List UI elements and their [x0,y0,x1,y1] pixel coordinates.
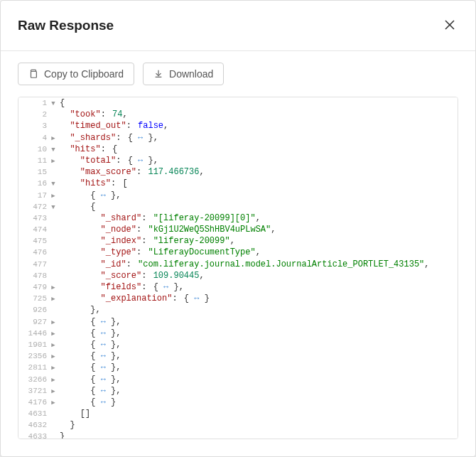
code-content[interactable]: "timed_out": false, [57,120,168,131]
fold-closed-icon[interactable]: ▶ [48,134,57,143]
code-content[interactable]: "_index": "liferay-20099", [57,235,235,247]
fold-closed-icon[interactable]: ▶ [48,376,57,385]
code-content[interactable]: "total": { ↔ }, [57,155,158,166]
fold-closed-icon[interactable]: ▶ [48,192,57,200]
fold-closed-icon[interactable]: ▶ [48,353,57,361]
code-content[interactable]: "max_score": 117.466736, [57,166,205,178]
token-colon: : [126,121,138,131]
token-brace: { [90,362,100,372]
code-line: 4▶ "_shards": { ↔ }, [18,132,458,144]
json-viewer[interactable]: 1▼{2 "took": 74,3 "timed_out": false,4▶ … [18,97,458,439]
token-number: 117.466736 [148,167,199,177]
token-brace: { [90,351,100,361]
line-number: 1901 [18,340,48,350]
token-colon: : [141,282,153,292]
token-colon: : [136,167,148,177]
token-brace: { [90,397,100,407]
code-line: 473 "_shard": "[liferay-20099][0]", [18,213,458,224]
token-brace: { [128,156,138,166]
line-number: 10 [18,144,48,155]
token-comma: , [95,305,100,315]
code-content[interactable]: "_explanation": { ↔ } [57,293,210,304]
fold-closed-icon[interactable]: ▶ [48,284,57,292]
code-line: 10▼ "hits": { [18,144,458,155]
download-icon [153,69,163,79]
close-button[interactable] [441,15,458,36]
line-number: 475 [18,236,48,247]
token-colon: : [141,236,153,246]
code-content[interactable]: } [57,431,65,439]
fold-closed-icon[interactable]: ▶ [48,330,57,338]
fold-closed-icon[interactable]: ▶ [48,399,57,407]
code-content[interactable]: "_shards": { ↔ }, [57,132,158,144]
fold-closed-icon[interactable]: ▶ [48,387,57,396]
expand-collapse-icon[interactable]: ↔ [101,362,106,372]
fold-open-icon[interactable]: ▼ [48,146,57,154]
code-content[interactable]: "_node": "kGj1U2WeQ5ShHBV4uPLwSA", [57,224,276,235]
token-string: "com.liferay.journal.model.JournalArticl… [138,259,424,269]
line-number: 478 [18,271,48,281]
code-content[interactable]: { ↔ }, [57,339,121,350]
token-key: "total" [80,156,116,166]
code-line: 3 "timed_out": false, [18,120,458,131]
token-brace: { [128,133,138,143]
token-string: "LiferayDocumentType" [148,247,255,257]
fold-closed-icon[interactable]: ▶ [48,295,57,303]
code-content[interactable]: { ↔ }, [57,350,121,362]
code-content[interactable]: "hits": { [57,144,117,155]
code-line: 476 "_type": "LiferayDocumentType", [18,247,458,258]
token-brace: [ [122,178,127,188]
fold-open-icon[interactable]: ▼ [48,180,57,188]
expand-collapse-icon[interactable]: ↔ [101,397,106,407]
token-brace: } [106,386,116,396]
close-icon [444,16,455,34]
code-content[interactable]: { [57,97,65,109]
code-content[interactable]: "_id": "com.liferay.journal.model.Journa… [57,259,430,270]
token-colon: : [116,133,127,143]
token-brace: } [143,133,153,143]
expand-collapse-icon[interactable]: ↔ [101,375,106,385]
code-content[interactable]: "took": 74, [57,109,128,120]
code-content[interactable]: "_score": 109.90445, [57,270,205,281]
code-content[interactable]: "fields": { ↔ }, [57,281,184,293]
fold-open-icon[interactable]: ▼ [48,203,57,212]
code-content[interactable]: [] [57,408,90,419]
expand-collapse-icon[interactable]: ↔ [101,351,106,361]
code-line: 16▼ "hits": [ [18,178,458,189]
code-content[interactable]: { ↔ }, [57,374,121,385]
line-number: 2356 [18,351,48,362]
copy-to-clipboard-button[interactable]: Copy to Clipboard [18,63,134,85]
token-brace: } [70,420,75,430]
code-content[interactable]: } [57,419,75,431]
code-content[interactable]: { ↔ }, [57,385,121,397]
token-colon: : [141,271,153,281]
code-content[interactable]: { ↔ }, [57,328,121,339]
code-content[interactable]: }, [57,304,101,316]
expand-collapse-icon[interactable]: ↔ [101,328,106,338]
code-line: 15 "max_score": 117.466736, [18,166,458,178]
code-content[interactable]: { ↔ } [57,397,116,408]
expand-collapse-icon[interactable]: ↔ [101,317,106,327]
token-brace: } [106,340,116,350]
expand-collapse-icon[interactable]: ↔ [101,190,106,200]
expand-collapse-icon[interactable]: ↔ [101,386,106,396]
token-key: "_explanation" [101,294,173,303]
copy-button-label: Copy to Clipboard [44,68,124,80]
line-number: 473 [18,213,48,224]
code-content[interactable]: { ↔ }, [57,190,121,201]
code-content[interactable]: "_type": "LiferayDocumentType", [57,247,261,258]
download-button[interactable]: Download [143,63,224,85]
code-content[interactable]: "_shard": "[liferay-20099][0]", [57,213,261,224]
fold-closed-icon[interactable]: ▶ [48,364,57,372]
fold-closed-icon[interactable]: ▶ [48,341,57,350]
fold-closed-icon[interactable]: ▶ [48,318,57,327]
fold-open-icon[interactable]: ▼ [48,100,57,108]
token-brace: { [112,144,117,154]
fold-closed-icon[interactable]: ▶ [48,157,57,166]
code-content[interactable]: "hits": [ [57,178,128,189]
code-content[interactable]: { [57,201,95,213]
code-content[interactable]: { ↔ }, [57,362,121,373]
code-line: 725▶ "_explanation": { ↔ } [18,293,458,304]
code-content[interactable]: { ↔ }, [57,316,121,328]
expand-collapse-icon[interactable]: ↔ [101,340,106,350]
